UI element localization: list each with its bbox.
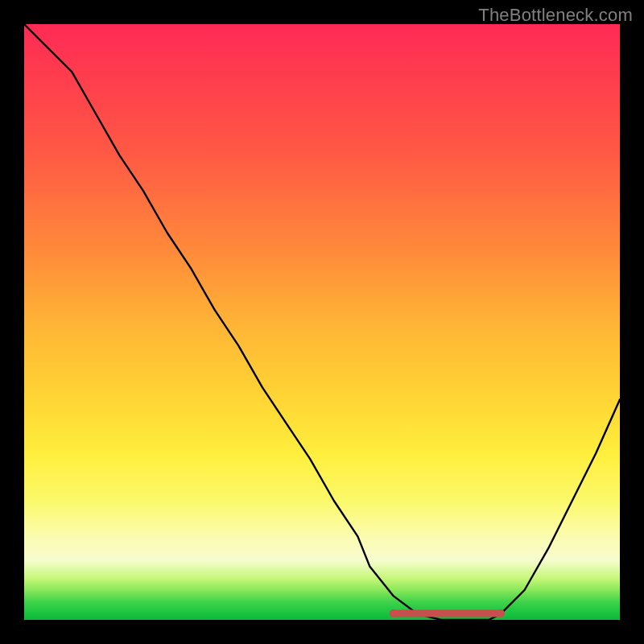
watermark-text: TheBottleneck.com — [478, 5, 633, 26]
marker-dot-left — [390, 609, 398, 617]
chart-stage: TheBottleneck.com — [0, 0, 644, 644]
optimal-range-marker — [390, 609, 505, 617]
bottleneck-curve-line — [24, 24, 620, 620]
marker-dot-right — [497, 609, 505, 617]
plot-area — [24, 24, 620, 620]
chart-svg — [24, 24, 620, 620]
curve-path — [24, 24, 620, 620]
